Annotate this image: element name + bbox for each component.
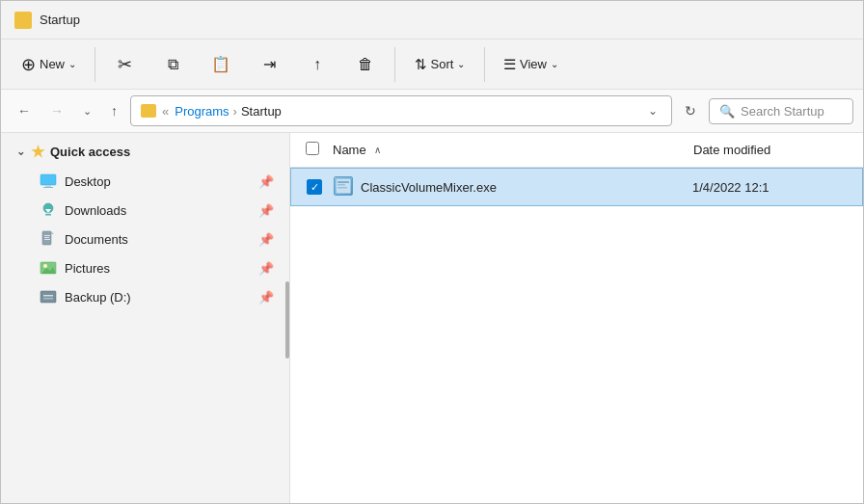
column-header-date[interactable]: Date modified xyxy=(693,143,848,157)
search-icon: 🔍 xyxy=(719,104,735,119)
svg-rect-1 xyxy=(45,185,51,187)
checked-icon: ✓ xyxy=(307,179,322,195)
sidebar-item-pictures[interactable]: Pictures 📌 xyxy=(5,253,285,282)
downloads-pin-icon: 📌 xyxy=(258,203,274,218)
svg-point-12 xyxy=(43,264,47,268)
quick-access-label: Quick access xyxy=(50,145,130,159)
address-part-programs: Programs xyxy=(175,104,229,119)
sidebar-scrollbar[interactable] xyxy=(285,281,289,358)
new-chevron: ⌄ xyxy=(68,59,76,69)
pictures-icon xyxy=(40,259,57,277)
forward-button[interactable]: → xyxy=(43,98,70,123)
svg-rect-5 xyxy=(45,214,51,216)
svg-rect-16 xyxy=(43,298,53,300)
address-sep-1: › xyxy=(233,104,237,119)
paste-button[interactable]: 📋 xyxy=(198,52,244,77)
svg-rect-9 xyxy=(44,237,49,238)
select-all-checkbox[interactable] xyxy=(306,142,319,155)
delete-icon: 🗑 xyxy=(358,57,373,72)
divider-2 xyxy=(394,47,395,82)
cut-icon: ✂ xyxy=(118,56,132,73)
exe-icon-inner xyxy=(334,176,353,196)
address-separator: « xyxy=(162,104,169,119)
address-folder-icon xyxy=(141,104,156,118)
backup-pin-icon: 📌 xyxy=(258,290,274,305)
file-row[interactable]: ✓ ClassicVolumeMixer.exe 1/4/2022 12:1 xyxy=(290,168,863,206)
delete-button[interactable]: 🗑 xyxy=(342,52,389,77)
svg-rect-20 xyxy=(338,187,347,189)
quick-access-section: ⌄ ★ Quick access Desktop 📌 Downloads xyxy=(1,133,289,315)
up-button[interactable]: ↑ xyxy=(104,98,124,123)
file-date: 1/4/2022 12:1 xyxy=(692,180,847,195)
file-explorer-window: Startup ⊕ New ⌄ ✂ ⧉ 📋 ⇥ ↑ 🗑 ⇅ Sort xyxy=(0,0,864,504)
window-title: Startup xyxy=(40,13,80,27)
sidebar-item-backup[interactable]: Backup (D:) 📌 xyxy=(5,282,285,311)
new-button[interactable]: ⊕ New ⌄ xyxy=(9,49,89,80)
sort-chevron: ⌄ xyxy=(457,59,465,69)
search-placeholder: Search Startup xyxy=(741,104,824,119)
quick-access-chevron: ⌄ xyxy=(16,146,25,158)
share-icon: ↑ xyxy=(313,57,321,72)
view-button[interactable]: ☰ View ⌄ xyxy=(491,50,571,78)
sidebar-item-backup-label: Backup (D:) xyxy=(65,290,131,305)
sidebar-item-desktop-label: Desktop xyxy=(65,174,111,189)
pictures-pin-icon: 📌 xyxy=(258,261,274,276)
sidebar-item-pictures-label: Pictures xyxy=(65,261,110,276)
downloads-icon xyxy=(40,201,57,219)
sidebar-item-downloads[interactable]: Downloads 📌 xyxy=(5,196,285,225)
svg-rect-15 xyxy=(43,295,53,297)
search-field[interactable]: 🔍 Search Startup xyxy=(709,98,853,124)
backup-icon xyxy=(40,288,57,305)
view-label: View xyxy=(520,57,547,71)
toolbar: ⊕ New ⌄ ✂ ⧉ 📋 ⇥ ↑ 🗑 ⇅ Sort ⌄ ☰ xyxy=(1,40,863,90)
share-button[interactable]: ↑ xyxy=(294,52,340,77)
column-header-name[interactable]: Name ∧ xyxy=(333,143,693,157)
svg-rect-0 xyxy=(40,174,56,185)
documents-icon xyxy=(40,230,57,248)
paste-icon: 📋 xyxy=(211,57,230,72)
svg-marker-7 xyxy=(51,231,54,234)
move-icon: ⇥ xyxy=(263,57,276,72)
address-part-startup: Startup xyxy=(241,104,282,119)
sidebar-item-desktop[interactable]: Desktop 📌 xyxy=(5,167,285,196)
divider-3 xyxy=(484,47,485,82)
sidebar-item-downloads-label: Downloads xyxy=(65,203,126,218)
title-bar: Startup xyxy=(1,1,863,40)
new-label: New xyxy=(40,57,65,71)
folder-icon xyxy=(14,12,32,29)
cut-button[interactable]: ✂ xyxy=(101,51,148,78)
address-field[interactable]: « Programs › Startup ⌄ xyxy=(130,95,672,126)
date-column-label: Date modified xyxy=(693,143,770,157)
sidebar-item-documents[interactable]: Documents 📌 xyxy=(5,225,285,253)
address-dropdown-button[interactable]: ⌄ xyxy=(644,102,662,119)
sort-indicator: ∧ xyxy=(374,145,381,155)
copy-button[interactable]: ⧉ xyxy=(149,52,196,77)
recent-locations-button[interactable]: ⌄ xyxy=(76,100,98,122)
documents-pin-icon: 📌 xyxy=(258,232,274,247)
refresh-button[interactable]: ↻ xyxy=(678,98,703,123)
svg-rect-18 xyxy=(338,181,349,183)
back-button[interactable]: ← xyxy=(11,98,38,123)
new-icon: ⊕ xyxy=(21,56,36,73)
file-name: ClassicVolumeMixer.exe xyxy=(361,180,692,195)
sort-button[interactable]: ⇅ Sort ⌄ xyxy=(401,50,478,78)
file-row-checkbox[interactable]: ✓ xyxy=(307,179,334,195)
desktop-icon xyxy=(40,172,57,190)
quick-access-header[interactable]: ⌄ ★ Quick access xyxy=(5,137,285,167)
file-list-header: Name ∧ Date modified xyxy=(290,133,863,168)
divider-1 xyxy=(94,47,95,82)
svg-rect-2 xyxy=(43,187,53,188)
file-list: Name ∧ Date modified ✓ xyxy=(290,133,863,503)
sidebar-item-documents-label: Documents xyxy=(65,232,128,247)
address-path: « Programs › Startup xyxy=(162,104,282,119)
svg-rect-10 xyxy=(44,239,50,240)
view-icon: ☰ xyxy=(503,57,516,71)
svg-rect-8 xyxy=(44,235,50,236)
desktop-pin-icon: 📌 xyxy=(258,174,274,189)
move-button[interactable]: ⇥ xyxy=(246,52,292,77)
header-checkbox-col xyxy=(306,142,333,158)
view-chevron: ⌄ xyxy=(551,59,558,69)
name-column-label: Name xyxy=(333,143,366,157)
svg-rect-17 xyxy=(336,178,351,194)
sort-label: Sort xyxy=(431,57,454,71)
